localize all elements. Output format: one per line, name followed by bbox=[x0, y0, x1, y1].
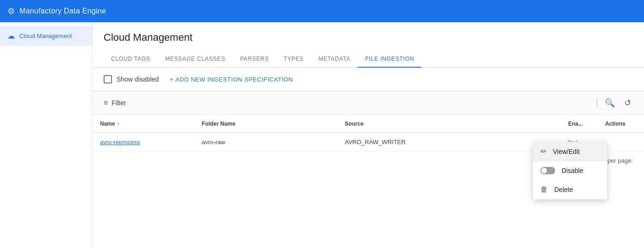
add-ingestion-button[interactable]: + ADD NEW INGESTION SPECIFICATION bbox=[170, 76, 293, 83]
sidebar-item-cloud-management[interactable]: ☁ Cloud Management bbox=[0, 26, 92, 46]
show-disabled-checkbox[interactable] bbox=[104, 75, 112, 83]
app-icon: ⚙ bbox=[7, 6, 15, 16]
sidebar-item-label: Cloud Management bbox=[19, 32, 72, 39]
tab-types[interactable]: TYPES bbox=[276, 51, 311, 68]
sort-arrow-icon: ↑ bbox=[117, 121, 120, 127]
tabs-bar: CLOUD TAGS MESSAGE CLASSES PARSERS TYPES… bbox=[104, 51, 633, 67]
context-menu-disable-label: Disable bbox=[562, 167, 583, 174]
tab-message-classes[interactable]: MESSAGE CLASSES bbox=[158, 51, 233, 68]
col-enabled: Ena... bbox=[561, 115, 598, 133]
tab-parsers[interactable]: PARSERS bbox=[233, 51, 276, 68]
filter-label: Filter bbox=[111, 99, 126, 107]
refresh-button[interactable]: ↺ bbox=[622, 96, 633, 110]
edit-icon: ✏ bbox=[540, 147, 546, 156]
top-nav: ⚙ Manufactory Data Engine bbox=[0, 0, 644, 22]
col-name-label: Name bbox=[100, 121, 115, 127]
show-disabled-label: Show disabled bbox=[117, 76, 159, 83]
row-source: AVRO_RAW_WRITER bbox=[337, 133, 561, 152]
filter-icon: ≡ bbox=[104, 99, 108, 107]
tab-file-ingestion[interactable]: FILE INGESTION bbox=[358, 51, 421, 68]
toggle-icon bbox=[540, 167, 555, 174]
cloud-icon: ☁ bbox=[7, 32, 15, 40]
page-title: Cloud Management bbox=[104, 32, 633, 44]
tab-metadata[interactable]: METADATA bbox=[311, 51, 358, 68]
main-content: Cloud Management CLOUD TAGS MESSAGE CLAS… bbox=[93, 22, 644, 248]
row-name-link[interactable]: avro-reprocess bbox=[100, 139, 140, 146]
filter-right: 🔍 ↺ bbox=[597, 96, 633, 110]
search-button[interactable]: 🔍 bbox=[603, 96, 617, 110]
context-menu-view-edit-label: View/Edit bbox=[553, 148, 580, 155]
app-title: Manufactory Data Engine bbox=[19, 7, 106, 15]
delete-icon: 🗑 bbox=[540, 185, 548, 194]
context-menu-item-delete[interactable]: 🗑 Delete bbox=[533, 180, 607, 199]
row-folder-name: avro-raw bbox=[194, 133, 337, 152]
search-icon: 🔍 bbox=[605, 98, 615, 108]
context-menu-item-view-edit[interactable]: ✏ View/Edit bbox=[533, 141, 607, 161]
show-disabled-toggle[interactable]: Show disabled bbox=[104, 75, 159, 83]
col-folder-name: Folder Name bbox=[194, 115, 337, 133]
col-actions: Actions bbox=[598, 115, 644, 133]
add-btn-label: ADD NEW INGESTION SPECIFICATION bbox=[175, 76, 293, 83]
filter-left: ≡ Filter bbox=[104, 99, 126, 107]
page-header: Cloud Management CLOUD TAGS MESSAGE CLAS… bbox=[93, 22, 644, 68]
tab-cloud-tags[interactable]: CLOUD TAGS bbox=[104, 51, 158, 68]
filter-bar: ≡ Filter 🔍 ↺ bbox=[93, 91, 644, 115]
toolbar: Show disabled + ADD NEW INGESTION SPECIF… bbox=[93, 68, 644, 91]
col-name: Name ↑ bbox=[100, 121, 187, 127]
context-menu: ✏ View/Edit Disable 🗑 Delete bbox=[533, 141, 607, 199]
col-source: Source bbox=[337, 115, 561, 133]
add-icon: + bbox=[170, 76, 173, 83]
divider bbox=[597, 98, 597, 108]
context-menu-item-disable[interactable]: Disable bbox=[533, 161, 607, 180]
context-menu-delete-label: Delete bbox=[554, 186, 573, 193]
sidebar: ☁ Cloud Management bbox=[0, 22, 93, 248]
refresh-icon: ↺ bbox=[624, 98, 631, 108]
